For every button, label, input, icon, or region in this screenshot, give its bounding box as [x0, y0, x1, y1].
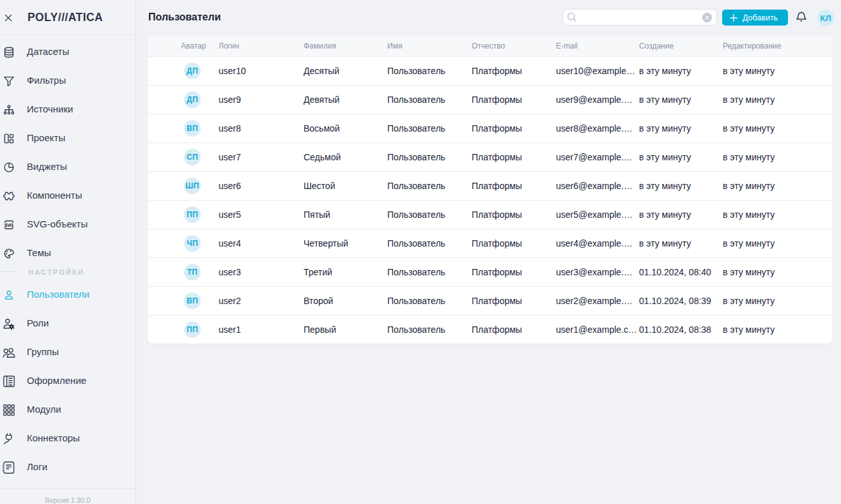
svg-text:SVG: SVG [4, 222, 13, 227]
